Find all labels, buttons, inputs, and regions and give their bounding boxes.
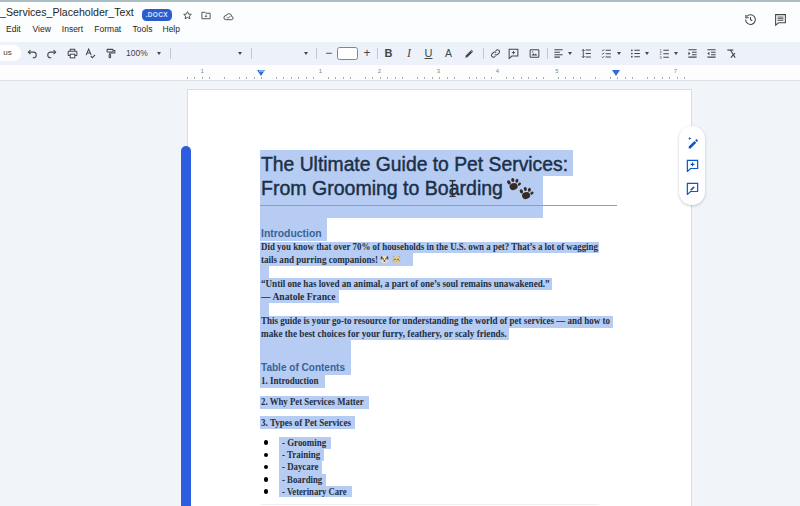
svg-text:3: 3	[659, 54, 661, 58]
